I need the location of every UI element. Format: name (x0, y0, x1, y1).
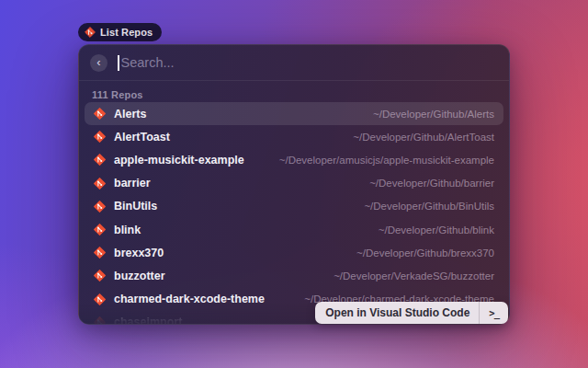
git-icon (94, 224, 106, 236)
repo-name: charmed-dark-xcode-theme (114, 293, 265, 305)
repo-path: ~/Developer/Github/BinUtils (364, 201, 494, 212)
repo-name: apple-musickit-example (114, 154, 244, 167)
repo-path: ~/Developer/Github/Alerts (373, 109, 494, 120)
tooltip-label: Open in Visual Studio Code (325, 306, 479, 319)
command-pill[interactable]: List Repos (78, 23, 162, 41)
repo-path: ~/Developer/VerkadeSG/buzzotter (334, 270, 494, 282)
repo-name: buzzotter (114, 270, 165, 282)
chevron-left-icon: ‹ (96, 56, 100, 68)
repo-row[interactable]: brexx370 ~/Developer/Github/brexx370 (85, 241, 503, 264)
git-icon (94, 131, 106, 143)
git-icon (85, 27, 96, 38)
text-caret (118, 55, 119, 71)
repo-path: ~/Developer/Github/blink (379, 224, 494, 236)
back-button[interactable]: ‹ (90, 54, 107, 72)
git-icon (94, 108, 106, 120)
terminal-icon: >_ (480, 307, 508, 318)
repo-path: ~/Developer/amusicjs/apple-musickit-exam… (279, 155, 494, 166)
repo-row[interactable]: BinUtils ~/Developer/Github/BinUtils (85, 195, 503, 218)
command-pill-label: List Repos (100, 27, 153, 38)
repo-row[interactable]: Alerts ~/Developer/Github/Alerts (85, 102, 503, 125)
repo-row[interactable]: buzzotter ~/Developer/VerkadeSG/buzzotte… (85, 264, 503, 287)
git-icon (94, 293, 106, 305)
git-icon (94, 270, 106, 282)
launcher-window: ‹ Search... 111 Repos Alerts ~/Developer… (78, 44, 510, 325)
repo-name: chaseimport (114, 316, 182, 324)
repo-row[interactable]: barrier ~/Developer/Github/barrier (85, 172, 503, 195)
repo-path: ~/Developer/Github/brexx370 (356, 247, 494, 259)
git-icon (94, 154, 106, 166)
repo-name: barrier (114, 177, 151, 190)
repo-name: brexx370 (114, 247, 164, 259)
repo-name: Alerts (114, 108, 146, 121)
search-input[interactable]: Search... (121, 55, 175, 70)
repo-row[interactable]: apple-musickit-example ~/Developer/amusi… (85, 148, 503, 171)
git-icon (94, 316, 106, 324)
repo-row[interactable]: AlertToast ~/Developer/Github/AlertToast (85, 125, 503, 148)
repo-name: BinUtils (114, 200, 157, 213)
git-icon (94, 247, 106, 259)
repo-name: blink (114, 224, 141, 236)
repo-path: ~/Developer/Github/AlertToast (353, 132, 494, 143)
repo-name: AlertToast (114, 131, 170, 144)
git-icon (94, 178, 106, 190)
divider (79, 80, 509, 81)
repo-row[interactable]: blink ~/Developer/Github/blink (85, 218, 503, 241)
git-icon (94, 201, 106, 213)
search-bar: ‹ Search... (79, 45, 509, 80)
section-header: 111 Repos (92, 89, 143, 100)
repo-list: Alerts ~/Developer/Github/Alerts AlertTo… (79, 102, 509, 324)
open-in-vscode-tooltip[interactable]: Open in Visual Studio Code >_ (315, 302, 508, 324)
repo-path: ~/Developer/Github/barrier (369, 178, 494, 189)
